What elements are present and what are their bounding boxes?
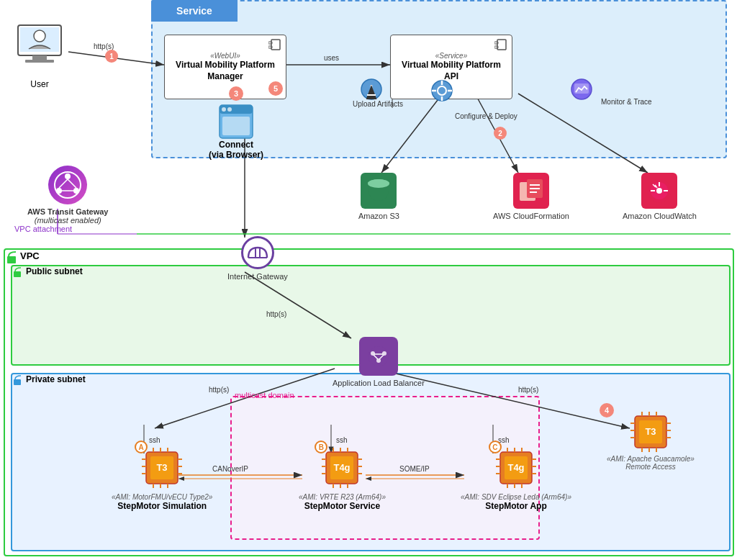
svg-text:VPC attachment: VPC attachment (14, 225, 72, 233)
alb-svg (366, 343, 392, 369)
svg-text:T3: T3 (157, 462, 168, 473)
alb-label: Application Load Balancer (333, 379, 425, 387)
browser-icon (218, 104, 254, 140)
transit-gw-label: AWS Transit Gateway (27, 207, 108, 216)
monitor-icon (569, 78, 594, 101)
svg-rect-46 (271, 40, 280, 50)
webui-name: Virtual Mobility PlatformManager (176, 60, 275, 82)
internet-gw-icon (241, 236, 274, 269)
alb-component: Application Load Balancer (333, 337, 425, 387)
svg-rect-49 (497, 40, 506, 50)
svg-rect-76 (14, 379, 21, 385)
public-subnet-lock-icon (13, 266, 24, 278)
t4g-b-component: B T4g «AMI: VRTE R23 (Arm64)» StepMotor (299, 446, 386, 511)
public-subnet-label: Public subnet (26, 266, 83, 276)
t3-remote-ami: «AMI: Apache Guacamole»Remote Access (607, 455, 695, 471)
monitor-icon-area (569, 78, 594, 101)
t4g-c-chip-svg: T4g (494, 446, 538, 489)
multicast-domain-label: multicast domain (235, 391, 294, 399)
svg-rect-74 (7, 256, 16, 263)
connect-component: 3 Connect(via Browser) (209, 86, 263, 160)
connect-label: Connect(via Browser) (209, 140, 263, 160)
svg-line-72 (68, 179, 76, 188)
svg-text:http(s): http(s) (94, 42, 114, 50)
internet-gw-label: Internet Gateway (227, 272, 288, 281)
webui-uml-icon (268, 38, 283, 51)
private-subnet-lock-icon (13, 374, 24, 386)
t4g-c-ami: «AMI: SDV Eclipse Leda (Arm64)» (461, 493, 571, 501)
gateway-svg (247, 242, 268, 263)
alb-icon (359, 337, 398, 376)
svg-point-55 (222, 107, 226, 112)
svg-point-56 (227, 107, 232, 112)
transit-gw-component: AWS Transit Gateway (multicast enabled) (27, 166, 108, 225)
s3-bucket-svg (364, 176, 393, 205)
t3-a-component: A T3 «AMI: MotorFMU/vECU Ty (112, 446, 212, 511)
diagram-container: Service http(s) 1 uses (0, 0, 737, 560)
svg-rect-43 (32, 55, 47, 60)
remote-number: 4 (600, 403, 614, 417)
cloudformation-component: AWS CloudFormation (493, 173, 569, 220)
t3-a-chip-svg: T3 (140, 446, 184, 489)
s3-icon (361, 173, 397, 209)
configure-icon (430, 79, 453, 102)
upload-icon-area (360, 78, 383, 101)
t4g-b-chip-wrapper: B T4g (320, 446, 363, 492)
cf-icon (513, 173, 549, 209)
configure-icon-area (430, 79, 453, 102)
svg-text:1: 1 (109, 53, 114, 60)
cw-svg (646, 178, 672, 204)
svg-point-66 (656, 188, 662, 194)
t4g-c-name: StepMotor App (485, 501, 547, 511)
svg-point-58 (368, 179, 389, 188)
internet-gw-component: Internet Gateway (227, 236, 288, 281)
svg-point-45 (34, 30, 45, 42)
t3-remote-chip-svg: T3 (629, 410, 672, 453)
user-label: User (30, 79, 48, 89)
cw-icon (641, 173, 677, 209)
private-subnet-label: Private subnet (26, 374, 86, 384)
cf-label: AWS CloudFormation (493, 212, 569, 220)
t3-remote-component: 4 T3 «AMI: Apache Guacamole»Remote Acces… (607, 410, 695, 471)
svg-rect-44 (25, 60, 54, 63)
transit-gw-svg (53, 171, 82, 199)
webui-stereotype: «WebUI» (210, 52, 240, 60)
vpc-label: VPC (20, 250, 40, 261)
svg-text:T4g: T4g (507, 462, 524, 473)
cf-svg (518, 178, 544, 204)
t4g-b-chip-svg: T4g (320, 446, 363, 489)
svg-point-68 (65, 173, 71, 179)
t4g-c-chip-wrapper: C T4g (494, 446, 538, 492)
svg-text:T4g: T4g (334, 462, 351, 473)
svg-point-80 (368, 346, 389, 366)
connect-number: 3 (229, 86, 243, 101)
vmp-api-uml-icon (494, 38, 509, 51)
svg-line-2 (68, 52, 164, 65)
svg-point-4 (105, 50, 118, 63)
svg-text:T3: T3 (645, 426, 656, 437)
user-area: User (14, 22, 65, 89)
svg-rect-75 (14, 271, 21, 277)
upload-icon (360, 78, 383, 101)
vmp-api-stereotype: «Service» (435, 52, 467, 60)
service-label: Service (151, 0, 238, 22)
cloudwatch-component: Amazon CloudWatch (623, 173, 697, 220)
s3-label: Amazon S3 (358, 212, 399, 220)
t3-a-name: StepMotor Simulation (117, 501, 207, 511)
t4g-b-ami: «AMI: VRTE R23 (Arm64)» (299, 493, 386, 501)
svg-rect-54 (222, 117, 250, 135)
user-icon (14, 22, 65, 79)
svg-line-71 (59, 179, 68, 188)
t4g-c-component: C T4g «AMI: SDV Eclipse Leda (Arm64)» S (461, 446, 571, 511)
cw-label: Amazon CloudWatch (623, 212, 697, 220)
transit-gw-icon (48, 166, 87, 204)
t3-a-chip-wrapper: A T3 (140, 446, 184, 492)
t4g-c-letter: C (489, 441, 502, 453)
s3-component: Amazon S3 (358, 173, 399, 220)
t4g-b-name: StepMotor Service (304, 501, 380, 511)
webui-number: 5 (268, 81, 283, 96)
transit-gw-sub: (multicast enabled) (35, 216, 101, 225)
t3-a-ami: «AMI: MotorFMU/vECU Type2» (112, 493, 212, 501)
